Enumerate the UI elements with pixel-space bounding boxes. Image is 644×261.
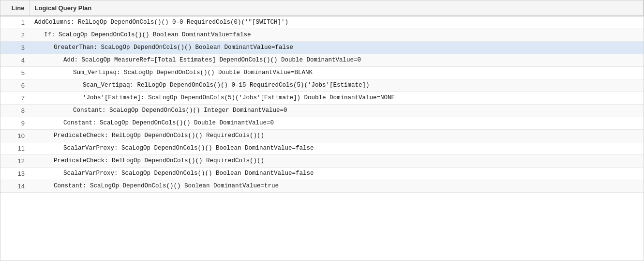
plan-text: Constant: ScaLogOp DependOnCols()() Doub… xyxy=(30,117,644,130)
table-row: 14Constant: ScaLogOp DependOnCols()() Bo… xyxy=(0,180,644,193)
query-plan-table: Line Logical Query Plan 1AddColumns: Rel… xyxy=(0,0,644,193)
line-number: 1 xyxy=(0,16,30,29)
col-line-header: Line xyxy=(0,0,30,16)
table-row: 13ScalarVarProxy: ScaLogOp DependOnCols(… xyxy=(0,168,644,180)
table-header-row: Line Logical Query Plan xyxy=(0,0,644,16)
table-row: 1AddColumns: RelLogOp DependOnCols()() 0… xyxy=(0,16,644,29)
line-number: 2 xyxy=(0,29,30,42)
table-row: 11ScalarVarProxy: ScaLogOp DependOnCols(… xyxy=(0,142,644,155)
table-row: 3GreaterThan: ScaLogOp DependOnCols()() … xyxy=(0,42,644,54)
plan-text: ScalarVarProxy: ScaLogOp DependOnCols()(… xyxy=(30,142,644,155)
plan-text: Constant: ScaLogOp DependOnCols()() Inte… xyxy=(30,105,644,117)
plan-text: GreaterThan: ScaLogOp DependOnCols()() B… xyxy=(30,42,644,54)
table-row: 12PredicateCheck: RelLogOp DependOnCols(… xyxy=(0,155,644,168)
table-body: 1AddColumns: RelLogOp DependOnCols()() 0… xyxy=(0,16,644,193)
plan-text: ScalarVarProxy: ScaLogOp DependOnCols()(… xyxy=(30,168,644,180)
plan-text: Scan_Vertipaq: RelLogOp DependOnCols()()… xyxy=(30,79,644,92)
plan-text: Sum_Vertipaq: ScaLogOp DependOnCols()() … xyxy=(30,67,644,79)
line-number: 8 xyxy=(0,105,30,117)
line-number: 10 xyxy=(0,130,30,142)
line-number: 5 xyxy=(0,67,30,79)
table-row: 5Sum_Vertipaq: ScaLogOp DependOnCols()()… xyxy=(0,67,644,79)
table-row: 7'Jobs'[Estimate]: ScaLogOp DependOnCols… xyxy=(0,92,644,105)
line-number: 12 xyxy=(0,155,30,168)
plan-text: 'Jobs'[Estimate]: ScaLogOp DependOnCols(… xyxy=(30,92,644,105)
plan-text: PredicateCheck: RelLogOp DependOnCols()(… xyxy=(30,155,644,168)
line-number: 4 xyxy=(0,54,30,67)
table-row: 4Add: ScaLogOp MeasureRef=[Total Estimat… xyxy=(0,54,644,67)
table-row: 6Scan_Vertipaq: RelLogOp DependOnCols()(… xyxy=(0,79,644,92)
line-number: 7 xyxy=(0,92,30,105)
plan-text: If: ScaLogOp DependOnCols()() Boolean Do… xyxy=(30,29,644,42)
plan-text: PredicateCheck: RelLogOp DependOnCols()(… xyxy=(30,130,644,142)
table-row: 9Constant: ScaLogOp DependOnCols()() Dou… xyxy=(0,117,644,130)
plan-text: Constant: ScaLogOp DependOnCols()() Bool… xyxy=(30,180,644,193)
line-number: 6 xyxy=(0,79,30,92)
plan-text: AddColumns: RelLogOp DependOnCols()() 0-… xyxy=(30,16,644,29)
line-number: 13 xyxy=(0,168,30,180)
line-number: 3 xyxy=(0,42,30,54)
table-row: 8Constant: ScaLogOp DependOnCols()() Int… xyxy=(0,105,644,117)
col-plan-header: Logical Query Plan xyxy=(30,0,644,16)
table-row: 10PredicateCheck: RelLogOp DependOnCols(… xyxy=(0,130,644,142)
query-plan-table-container: Line Logical Query Plan 1AddColumns: Rel… xyxy=(0,0,644,261)
line-number: 14 xyxy=(0,180,30,193)
line-number: 11 xyxy=(0,142,30,155)
line-number: 9 xyxy=(0,117,30,130)
plan-text: Add: ScaLogOp MeasureRef=[Total Estimate… xyxy=(30,54,644,67)
table-row: 2If: ScaLogOp DependOnCols()() Boolean D… xyxy=(0,29,644,42)
